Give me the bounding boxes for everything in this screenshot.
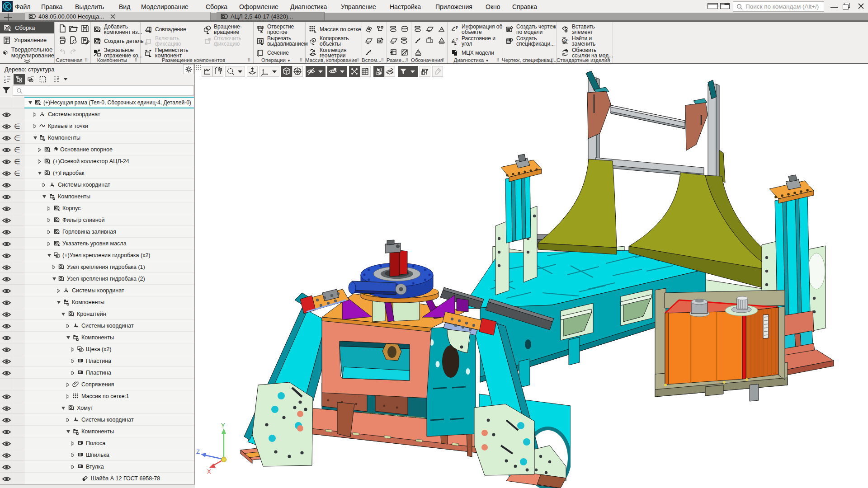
svg-text:Z: Z (196, 448, 200, 455)
svg-text:?: ? (456, 25, 458, 30)
svg-text:A: A (563, 39, 566, 43)
svg-text:?: ? (456, 37, 458, 42)
svg-text:B: B (566, 38, 568, 42)
svg-text:2: 2 (4, 79, 6, 81)
svg-text:X: X (207, 468, 211, 475)
svg-text:Y: Y (221, 422, 225, 429)
